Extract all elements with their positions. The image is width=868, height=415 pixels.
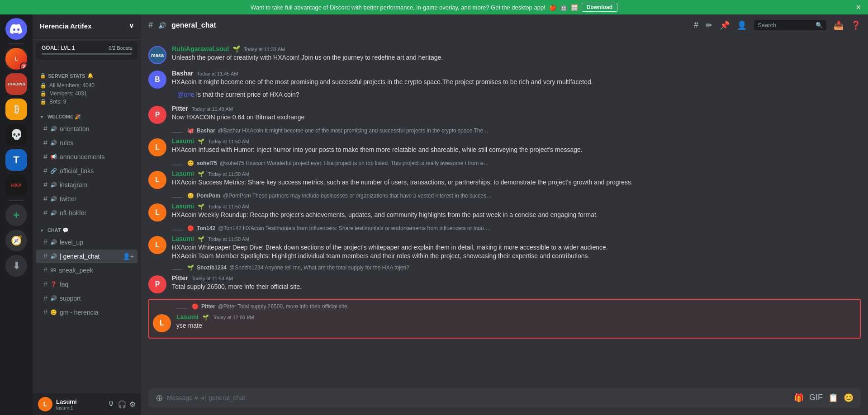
chat-category[interactable]: ▼ CHAT 💬 [33,220,141,235]
all-members-text: All Members: 4040 [49,82,95,89]
server-stats-header[interactable]: 🔒 SERVER STATS 🔔 [33,66,141,80]
message-content: Lasumi 🌱 Today at 11:50 AM HXAcoin Succe… [172,170,861,187]
edit-icon[interactable]: ✏ [706,20,712,30]
banner-text: Want to take full advantage of Discord w… [251,4,545,11]
message-text: @orie Is that the current price of HXA c… [177,90,861,99]
server-icon-trading[interactable]: TRADING [5,73,27,95]
settings-icon[interactable]: ⚙ [129,400,136,409]
channel-name: support [60,295,134,302]
author-name: Lasumi [172,203,194,210]
inbox-icon[interactable]: 📥 [834,20,844,30]
message-content: Bashar Today at 11:45 AM HXAcoin It migh… [172,70,861,87]
hash-icon: # [43,167,47,175]
reply-preview: 😊 sohel75 @sohel75 Hxacoin Wonderful pro… [148,160,861,166]
input-actions: 🎁 GIF 📋 😊 [794,393,854,403]
gif-icon[interactable]: GIF [809,393,823,403]
server-icon-1[interactable]: L 2 [5,48,27,70]
channel-name: twitter [60,195,134,203]
download-app-button[interactable]: ⬇ [5,255,27,277]
message-continuation: @orie Is that the current price of HXA c… [148,90,861,99]
avatar: L [148,138,166,156]
help-icon[interactable]: ❓ [851,20,861,30]
message-text: HXAcoin Infused with Humor: Inject humor… [172,146,861,155]
search-box[interactable]: Search 🔍 [754,20,826,30]
message-group: masa RubiAgarawal.soul 🌱 Today at 11:33 … [148,43,861,66]
boost-progress-bar [42,53,132,55]
channel-name: level_up [60,239,134,246]
channel-level-up[interactable]: # 🔊 level_up [36,236,138,249]
message-content: Lasumi 🌱 Today at 12:00 PM yse mate [176,313,856,330]
server-divider [9,43,24,44]
message-header: RubiAgarawal.soul 🌱 Today at 11:33 AM [172,45,861,52]
message-text: Unleash the power of creativity with HXA… [172,53,861,62]
number-icon: 99 [50,267,56,274]
channel-header-name: general_chat [171,21,216,29]
avatar: L [148,203,166,222]
timestamp: Today at 11:33 AM [244,47,285,52]
message-input-box[interactable]: ⊕ Message # ➜| general_chat 🎁 GIF 📋 😊 [148,388,861,408]
user-controls: 🎙 🎧 ⚙ [108,400,136,409]
author-name: Lasumi [172,170,194,177]
sticker-icon[interactable]: 📋 [828,393,838,403]
discord-home-button[interactable] [5,18,27,40]
server-header[interactable]: Herencia Artifex ∨ [33,14,141,38]
download-button[interactable]: Download [582,3,617,12]
channel-instagram[interactable]: # 🔊 instagram [36,178,138,192]
chevron-down-icon: ∨ [129,22,134,30]
add-member-icon[interactable]: 👤+ [123,253,134,260]
channel-support[interactable]: # 🔊 support [36,292,138,305]
channel-gm-herencia[interactable]: # 😊 gm - herencia [36,306,138,319]
channel-general-chat[interactable]: # 🔊 | general_chat 👤+ [36,250,138,263]
explore-servers-button[interactable]: 🧭 [5,230,27,251]
members-text: Members: 4031 [49,90,87,97]
channel-faq[interactable]: # ❓ faq [36,278,138,291]
search-icon[interactable]: 🔍 [816,22,823,28]
channel-official-links[interactable]: # 🔗 official_links [36,164,138,178]
welcome-category[interactable]: ▼ WELCOME 🎉 [33,107,141,122]
question-icon: ❓ [50,281,57,288]
lock-icon: 🔒 [40,73,46,79]
mic-icon[interactable]: 🎙 [108,400,115,409]
speaker-icon2: 🔊 [50,140,57,146]
hash-header-icon[interactable]: # [694,20,698,30]
channel-rules[interactable]: # 🔊 rules [36,136,138,150]
message-text: Total supply 26500, more info their offi… [172,283,861,292]
channel-name: nft-holder [60,209,134,217]
channel-name: gm - herencia [60,309,134,316]
message-group: L Lasumi 🌱 Today at 11:50 AM HXAcoin Wee… [148,201,861,223]
avatar: B [148,71,166,89]
top-banner: Want to take full advantage of Discord w… [0,0,868,14]
reply-preview: 🐙 Bashar @Bashar HXAcoin It might become… [148,127,861,134]
members-icon[interactable]: 👤 [737,20,747,30]
server-icon-hxa[interactable]: HXA [5,174,27,196]
add-file-icon[interactable]: ⊕ [156,392,163,403]
boost-bar: GOAL: LVL 1 0/2 Boosts [36,41,138,60]
channel-sneak-peek[interactable]: # 99 sneak_peek [36,264,138,277]
channel-orientation[interactable]: # 🔊 orientation [36,122,138,136]
add-server-button[interactable]: + [5,204,27,226]
headphone-icon[interactable]: 🎧 [118,400,127,409]
channel-twitter[interactable]: # 🔊 twitter [36,192,138,206]
reply-preview: 🔴 Ton142 @Ton142 HXAcoin Testimonials fr… [148,225,861,231]
server-icon-t[interactable]: T [5,149,27,171]
speaker-icon8: 🔊 [50,295,57,302]
server-icon-coin[interactable]: ₿ [5,99,27,120]
close-banner-button[interactable]: × [856,3,861,12]
message-placeholder: Message # ➜| general_chat [167,394,794,401]
message-with-reply-5: 🌱 Shozib1234 @Shozib1234 Anyone tell me,… [148,264,861,295]
hash-icon: # [43,252,47,260]
channel-sidebar: Herencia Artifex ∨ GOAL: LVL 1 0/2 Boost… [33,14,141,415]
message-content: Lasumi 🌱 Today at 11:50 AM HXAcoin Infus… [172,137,861,155]
gift-icon[interactable]: 🎁 [794,393,804,403]
author-name: Lasumi [172,235,194,242]
user-avatar: L [38,397,52,411]
message-group: P Pitter Today at 11:49 AM Now HXACOIN p… [148,103,861,126]
pin-icon[interactable]: 📌 [720,20,730,30]
speaker-icon3: 🔊 [50,182,57,188]
emoji-icon[interactable]: 😊 [844,393,854,403]
channel-announcements[interactable]: # 📢 announcements [36,150,138,164]
speaker-icon5: 🔊 [50,210,57,216]
message-group: B Bashar Today at 11:45 AM HXAcoin It mi… [148,68,861,90]
server-icon-skull[interactable]: 💀 [5,124,27,146]
channel-nft-holder[interactable]: # 🔊 nft-holder [36,206,138,220]
